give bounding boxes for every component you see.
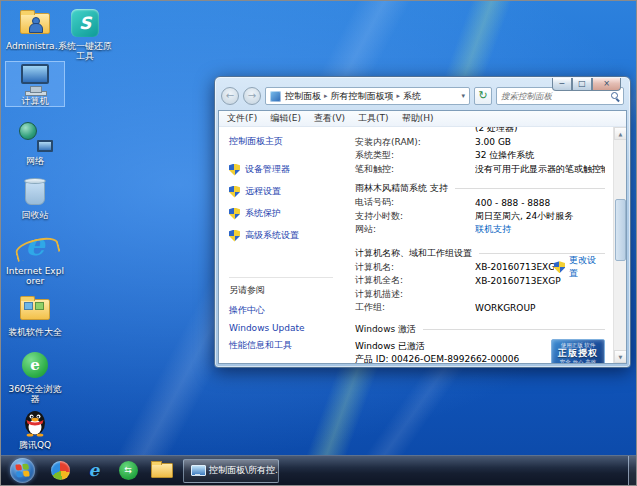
section-header-support: 雨林木风精简系统 支持 (355, 181, 605, 196)
uac-shield-icon (229, 164, 240, 176)
field-value: 400 - 888 - 8888 (475, 198, 605, 208)
clipped-row: (2 处理器) (355, 127, 605, 136)
window-client-area: 文件(F) 编辑(E) 查看(V) 工具(T) 帮助(H) 控制面板主页 设备管… (218, 110, 627, 364)
search-input[interactable] (501, 91, 611, 101)
maximize-button[interactable]: □ (572, 78, 592, 91)
icon-label: Internet Explorer (6, 266, 64, 286)
sidebar-item-action-center[interactable]: 操作中心 (229, 304, 333, 317)
field-label: 工作组: (355, 301, 475, 314)
pinned-windows-explorer-icon[interactable] (145, 458, 179, 484)
field-label: 计算机全名: (355, 274, 475, 287)
sidebar-item-windows-update[interactable]: Windows Update (229, 323, 333, 333)
menu-view[interactable]: 查看(V) (314, 112, 345, 125)
sidebar-item-label: 远程设置 (245, 185, 281, 198)
sidebar-item-home[interactable]: 控制面板主页 (229, 135, 343, 148)
show-desktop-button[interactable] (628, 456, 636, 486)
activation-status: Windows 已激活 (355, 339, 527, 353)
breadcrumb-separator-icon: ▸ (324, 92, 328, 100)
field-value: 没有可用于此显示器的笔或触控输入 (475, 163, 605, 176)
internet-explorer-icon: e (15, 232, 55, 264)
icon-label: 回收站 (6, 210, 64, 220)
menu-tools[interactable]: 工具(T) (358, 112, 389, 125)
sidebar-item-advanced-settings[interactable]: 高级系统设置 (229, 229, 343, 242)
desktop-icon-network[interactable]: 网络 (6, 122, 64, 166)
scroll-up-arrow-icon[interactable]: ▲ (614, 127, 627, 140)
sidebar-item-remote-settings[interactable]: 远程设置 (229, 185, 343, 198)
scrollbar-thumb[interactable] (615, 199, 626, 261)
desktop-icon-software-collection[interactable]: 装机软件大全 (6, 293, 64, 337)
field-label: 计算机名: (355, 261, 475, 274)
sidebar-item-label: 设备管理器 (245, 163, 290, 176)
window-caption-buttons: ─ □ × (552, 78, 621, 91)
menu-edit[interactable]: 编辑(E) (270, 112, 301, 125)
pinned-green-app-icon[interactable]: ⇆ (111, 458, 145, 484)
desktop-icon-recycle-bin[interactable]: 回收站 (6, 176, 64, 220)
computer-row: 计算机描述: (355, 288, 605, 302)
360-browser-icon: e (15, 350, 55, 382)
field-label: 系统类型: (355, 149, 475, 162)
sidebar-item-label: 系统保护 (245, 207, 281, 220)
genuine-windows-badge[interactable]: 使用正版 软件 正版授权 安全 放心 高效 (551, 339, 605, 364)
forward-button[interactable]: → (243, 87, 261, 105)
minimize-button[interactable]: ─ (552, 78, 572, 91)
product-id: 产品 ID: 00426-OEM-8992662-00006 (355, 353, 527, 364)
scroll-down-arrow-icon[interactable]: ▼ (614, 350, 627, 363)
desktop-icon-qq[interactable]: 腾讯QQ (6, 406, 64, 450)
qq-penguin-icon (15, 406, 55, 438)
field-label: 网站: (355, 223, 475, 236)
breadcrumb[interactable]: 控制面板 ▸ 所有控制面板项 ▸ 系统 ▾ (265, 87, 470, 105)
pinned-app-colorful-ball-icon[interactable] (43, 458, 77, 484)
close-button[interactable]: × (592, 78, 621, 91)
field-label: 笔和触控: (355, 163, 475, 176)
activation-block: Windows 已激活 产品 ID: 00426-OEM-8992662-000… (355, 339, 605, 364)
online-support-link[interactable]: 联机支持 (475, 224, 511, 234)
section-title: Windows 激活 (355, 323, 416, 336)
field-label: 电话号码: (355, 196, 475, 209)
icon-label: 网络 (6, 156, 64, 166)
desktop-icon-computer[interactable]: 计算机 (6, 62, 64, 106)
icon-label: 360安全浏览器 (6, 384, 64, 404)
desktop-icon-system-restore-tool[interactable]: S 系统一键还原工具 (56, 7, 114, 61)
field-value: 周日至周六, 24小时服务 (475, 210, 605, 223)
field-label: 支持小时数: (355, 210, 475, 223)
sidebar-item-performance-tools[interactable]: 性能信息和工具 (229, 339, 333, 352)
menu-file[interactable]: 文件(F) (227, 112, 257, 125)
breadcrumb-separator-icon: ▸ (397, 92, 401, 100)
back-button[interactable]: ← (221, 87, 239, 105)
computer-icon (15, 62, 55, 94)
section-rule (423, 329, 605, 330)
field-value: XB-20160713EXGP (475, 276, 605, 286)
desktop-icon-360-browser[interactable]: e 360安全浏览器 (6, 350, 64, 404)
section-rule (455, 188, 605, 189)
sidebar-item-system-protection[interactable]: 系统保护 (229, 207, 343, 220)
section-title: 雨林木风精简系统 支持 (355, 182, 448, 195)
pinned-internet-explorer-icon[interactable]: e (77, 458, 111, 484)
support-row: 支持小时数: 周日至周六, 24小时服务 (355, 210, 605, 224)
field-value: WORKGROUP (475, 303, 605, 313)
support-row: 网站: 联机支持 (355, 223, 605, 237)
uac-shield-icon (229, 186, 240, 198)
desktop-icon-internet-explorer[interactable]: e Internet Explorer (6, 232, 64, 286)
breadcrumb-item[interactable]: 控制面板 (285, 90, 321, 103)
section-title: 计算机名称、域和工作组设置 (355, 247, 472, 260)
menu-help[interactable]: 帮助(H) (402, 112, 434, 125)
breadcrumb-item[interactable]: 所有控制面板项 (331, 90, 394, 103)
spec-row: 笔和触控: 没有可用于此显示器的笔或触控输入 (355, 163, 605, 177)
system-info-content: (2 处理器) 安装内存(RAM): 3.00 GB 系统类型: 32 位操作系… (343, 127, 613, 363)
desktop[interactable]: Administrator S 系统一键还原工具 计算机 网络 回收站 e In… (0, 0, 637, 486)
section-header-activation: Windows 激活 (355, 322, 605, 337)
computer-row: 计算机名: XB-20160713EXGP 更改设置 (355, 261, 605, 275)
computer-row: 工作组: WORKGROUP (355, 301, 605, 315)
vertical-scrollbar[interactable]: ▲ ▼ (613, 127, 626, 363)
icon-label: 腾讯QQ (6, 440, 64, 450)
sidebar-item-device-manager[interactable]: 设备管理器 (229, 163, 343, 176)
see-also-header: 另请参阅 (229, 284, 333, 297)
restore-tool-icon: S (65, 7, 105, 39)
taskbar-button-control-panel[interactable]: 控制面板\所有控... (183, 459, 279, 483)
breadcrumb-item[interactable]: 系统 (403, 90, 421, 103)
chevron-down-icon[interactable]: ▾ (457, 92, 465, 100)
start-button[interactable] (10, 458, 35, 483)
network-icon (15, 122, 55, 154)
refresh-button[interactable]: ↻ (474, 87, 492, 105)
taskbar: e ⇆ 控制面板\所有控... (1, 455, 636, 485)
